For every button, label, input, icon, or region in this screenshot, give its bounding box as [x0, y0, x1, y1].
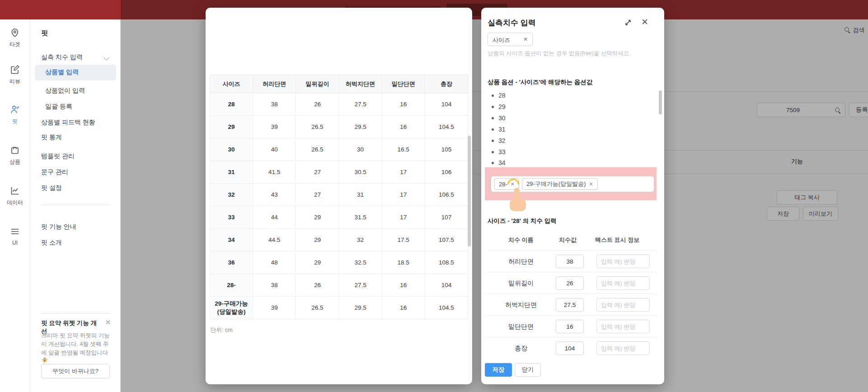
measure-cell: 108.5	[425, 251, 468, 274]
measure-cell: 39	[253, 116, 296, 138]
size-table-row: 29-구매가능(당일발송)3926.529.516104.5	[210, 297, 468, 319]
sidebar-item[interactable]: 핏 통계	[41, 133, 62, 142]
measure-cell: 30	[339, 138, 382, 161]
measure-cell: 29	[296, 251, 339, 274]
measure-cell: 106	[425, 161, 468, 184]
size-filter-remove-icon[interactable]: ✕	[523, 36, 528, 43]
sidebar-item[interactable]: 상품별 피드백 현황	[41, 118, 95, 127]
size-table-header: 허리단면	[253, 75, 296, 93]
sidebar-divider	[41, 205, 110, 205]
measure-cell: 41.5	[253, 161, 296, 184]
measure-cell: 104	[425, 93, 468, 116]
sidebar-item[interactable]: 일괄 등록	[45, 103, 72, 111]
measure-row: 밑위길이	[485, 272, 657, 293]
modal-scrollbar[interactable]	[468, 136, 471, 246]
measure-cell: 44	[253, 206, 296, 229]
measure-cell: 26.5	[296, 138, 339, 161]
measure-value-input[interactable]	[556, 276, 584, 290]
sidebar-item[interactable]: 문구 관리	[41, 168, 68, 176]
rail-item-핏[interactable]: 핏	[0, 104, 30, 125]
options-heading: 상품 옵션 - '사이즈'에 해당하는 옵션값	[488, 78, 592, 86]
sidebar-item[interactable]: 상품별 입력	[35, 65, 116, 80]
measure-value-input[interactable]	[556, 320, 584, 333]
option-value: 33	[498, 148, 506, 156]
selected-size-chip[interactable]: 29-구매가능(당일발송)✕	[522, 178, 598, 190]
measure-col-value: 치수값	[559, 236, 577, 244]
sidebar-item[interactable]: 템플릿 관리	[41, 152, 75, 161]
measure-cell: 43	[253, 184, 296, 206]
measure-cell: 17.5	[382, 229, 425, 251]
size-table-row: 3141.52730.517106	[210, 161, 468, 184]
measure-cell: 32	[339, 229, 382, 251]
measure-cell: 26.5	[296, 116, 339, 138]
measure-value-input[interactable]	[556, 341, 584, 355]
measure-cell: 16	[382, 93, 425, 116]
measure-name: 허벅지단면	[494, 301, 548, 309]
measure-value-input[interactable]	[556, 298, 584, 312]
measure-text-input[interactable]	[596, 276, 650, 290]
rail-item-상품[interactable]: 상품	[0, 145, 30, 166]
size-filter-tag[interactable]: 사이즈 ✕	[488, 33, 533, 46]
rail-item-리뷰[interactable]: 리뷰	[0, 64, 30, 85]
chevron-down-icon	[103, 55, 109, 61]
close-button[interactable]: 닫기	[515, 363, 541, 377]
rail-item-타겟[interactable]: 타겟	[0, 27, 30, 48]
option-value: 29	[498, 103, 506, 110]
sidebar-item[interactable]: 실측 치수 입력	[41, 53, 83, 61]
measurement-input-panel: 실측치수 입력 ✕ 사이즈 ✕ 상품의 사이즈 옵션이 없는 경우 없음(fre…	[481, 8, 664, 384]
review-pencil-icon	[0, 64, 30, 76]
size-table-row: 304026.53016.5105	[210, 138, 468, 161]
sidebar-item[interactable]: 핏 소개	[41, 239, 62, 247]
expand-icon[interactable]	[624, 19, 632, 27]
measure-col-text: 텍스트 표시 정보	[595, 236, 639, 244]
ui-menu-icon	[0, 226, 30, 238]
option-value: 28	[498, 92, 506, 99]
measure-cell: 16	[382, 274, 425, 297]
unit-label: 단위: cm	[211, 326, 233, 334]
measure-cell: 38	[253, 274, 296, 297]
measure-cell: 26	[296, 93, 339, 116]
measure-cell: 27	[296, 184, 339, 206]
panel-scrollbar[interactable]	[659, 90, 662, 114]
measure-row: 총장	[485, 337, 657, 359]
measure-cell: 38	[253, 93, 296, 116]
sidebar-item[interactable]: 상품없이 입력	[45, 87, 85, 95]
measure-cell: 29.5	[339, 297, 382, 319]
measure-cell: 32.5	[339, 251, 382, 274]
measure-cell: 104	[425, 274, 468, 297]
measure-cell: 107.5	[425, 229, 468, 251]
measure-text-input[interactable]	[596, 255, 650, 268]
notice-whats-changed-button[interactable]: 무엇이 바뀌나요?	[41, 364, 110, 378]
sidebar-item[interactable]: 핏 설정	[41, 184, 62, 192]
measure-cell: 27.5	[339, 274, 382, 297]
size-table-row: 28-382627.516104	[210, 274, 468, 297]
size-table-header: 총장	[425, 75, 468, 93]
panel-title: 실측치수 입력	[488, 18, 536, 28]
sidebar-item[interactable]: 핏 기능 안내	[41, 223, 76, 231]
measure-value-input[interactable]	[556, 255, 584, 268]
size-chart-modal: 사이즈허리단면밑위길이허벅지단면밑단단면총장28382627.516104293…	[206, 8, 472, 384]
measure-col-name: 치수 이름	[508, 236, 534, 244]
size-table-header: 사이즈	[210, 75, 253, 93]
measure-cell: 29	[296, 229, 339, 251]
rail-item-UI[interactable]: UI	[0, 226, 30, 246]
size-table-row: 3444.5293217.5107.5	[210, 229, 468, 251]
size-table-row: 36482932.518.5108.5	[210, 251, 468, 274]
chip-remove-icon[interactable]: ✕	[589, 181, 593, 187]
close-icon[interactable]: ✕	[641, 17, 648, 27]
size-table-header: 밑위길이	[296, 75, 339, 93]
save-button[interactable]: 저장	[485, 363, 512, 377]
measure-cell: 106.5	[425, 184, 468, 206]
data-chart-icon	[0, 185, 30, 197]
rail-item-데이터[interactable]: 데이터	[0, 185, 30, 207]
measure-cell: 104.5	[425, 297, 468, 319]
measure-text-input[interactable]	[596, 320, 650, 333]
measure-cell: 48	[253, 251, 296, 274]
notice-close-icon[interactable]: ✕	[105, 318, 111, 326]
measure-cell: 17	[382, 161, 425, 184]
size-measure-heading: 사이즈 - '28' 의 치수 입력	[488, 217, 557, 225]
size-table-row: 3243273117106.5	[210, 184, 468, 206]
measure-text-input[interactable]	[596, 341, 650, 355]
measure-cell: 17	[382, 184, 425, 206]
measure-text-input[interactable]	[596, 298, 650, 312]
